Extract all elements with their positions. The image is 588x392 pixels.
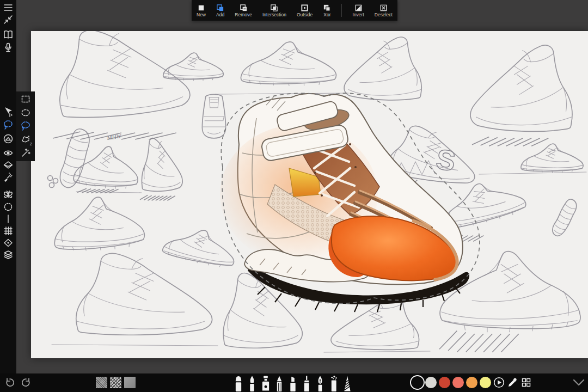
texture-swatch-crosshatch[interactable] bbox=[110, 377, 121, 388]
menu-icon bbox=[3, 2, 14, 13]
distort-envelope-icon bbox=[3, 160, 14, 170]
eye-icon bbox=[3, 148, 14, 158]
drawing-canvas[interactable]: S MHW bbox=[31, 31, 588, 358]
flyout-item-polyline-select[interactable]: 2 bbox=[20, 134, 31, 145]
flyout-item-magic-wand-select[interactable] bbox=[20, 148, 31, 158]
fountain-pen-brush-icon[interactable] bbox=[315, 375, 326, 391]
selection-mode-remove[interactable]: Remove bbox=[235, 4, 252, 17]
pencil-brush-icon[interactable] bbox=[274, 375, 285, 391]
texture-cone-brush-icon[interactable] bbox=[342, 375, 353, 391]
selection-flyout-panel: 2 bbox=[16, 91, 35, 161]
sketch-logo-letter: S bbox=[434, 143, 457, 177]
color-swatch-black[interactable] bbox=[412, 377, 423, 388]
lasso-icon bbox=[20, 120, 31, 131]
grid-icon bbox=[3, 225, 14, 236]
eyedropper-button[interactable] bbox=[507, 377, 518, 388]
move-cursor-icon bbox=[3, 106, 14, 117]
flyout-item-ellipse-select[interactable] bbox=[20, 107, 31, 118]
scribble-circle-icon bbox=[3, 201, 14, 212]
sidebar-item-layers[interactable] bbox=[3, 249, 14, 260]
layers-icon bbox=[3, 249, 14, 260]
sidebar-item-ruler-line[interactable] bbox=[3, 213, 14, 224]
sidebar-item-sketchbook-library[interactable] bbox=[3, 29, 14, 40]
color-swatch-gray[interactable] bbox=[425, 377, 437, 388]
colored-sneaker bbox=[220, 93, 480, 312]
remove-selection-icon bbox=[240, 4, 248, 12]
magic-wand-icon bbox=[20, 148, 31, 158]
color-play-button[interactable] bbox=[493, 377, 505, 388]
fill-icon bbox=[3, 133, 14, 144]
color-swatch-coral[interactable] bbox=[452, 377, 464, 388]
stamp-brush-icon bbox=[3, 171, 14, 182]
selection-mode-intersection[interactable]: Intersection bbox=[262, 4, 286, 17]
selection-mode-toolbar: New Add Remove Intersection Outside bbox=[192, 0, 397, 21]
color-swatch-yellow[interactable] bbox=[480, 377, 491, 388]
outside-selection-icon bbox=[301, 4, 309, 12]
swatch-grid-icon bbox=[520, 377, 532, 388]
sidebar-item-pattern[interactable] bbox=[3, 201, 14, 212]
paintbrush-icon[interactable] bbox=[247, 375, 258, 391]
sidebar-item-menu[interactable] bbox=[3, 2, 14, 13]
texture-swatch-noise[interactable] bbox=[96, 377, 107, 388]
swatch-grid-button[interactable] bbox=[520, 377, 532, 388]
chevron-down-icon bbox=[573, 379, 585, 387]
sidebar-item-perspective[interactable] bbox=[3, 237, 14, 248]
sidebar-item-voice[interactable] bbox=[3, 42, 14, 53]
color-tray bbox=[412, 377, 532, 388]
selection-mode-outside[interactable]: Outside bbox=[297, 4, 313, 17]
airbrush-bottle-icon[interactable] bbox=[260, 375, 271, 391]
selection-mode-deselect[interactable]: Deselect bbox=[375, 4, 393, 17]
sidebar-item-visibility[interactable] bbox=[3, 148, 14, 158]
selection-mode-invert[interactable]: Invert bbox=[352, 4, 364, 17]
selection-mode-xor[interactable]: Xor bbox=[323, 4, 331, 17]
sidebar-item-fill[interactable] bbox=[3, 133, 14, 144]
line-icon bbox=[3, 213, 14, 224]
sidebar-item-grid[interactable] bbox=[3, 225, 14, 236]
book-icon bbox=[3, 29, 14, 40]
add-selection-icon bbox=[216, 4, 224, 12]
redo-icon[interactable] bbox=[21, 377, 32, 388]
deselect-icon bbox=[379, 4, 388, 12]
selection-mode-new[interactable]: New bbox=[197, 4, 206, 17]
sidebar-item-symmetry[interactable] bbox=[3, 189, 14, 200]
sidebar-item-move-transform[interactable] bbox=[3, 106, 14, 117]
flyout-item-rectangle-select[interactable] bbox=[20, 94, 31, 105]
play-icon bbox=[493, 377, 505, 388]
xor-selection-icon bbox=[323, 4, 331, 12]
chisel-marker-brush-icon[interactable] bbox=[287, 375, 298, 391]
microphone-icon bbox=[3, 42, 14, 53]
perspective-icon bbox=[3, 237, 14, 248]
ellipse-marquee-icon bbox=[20, 107, 31, 118]
color-swatch-red[interactable] bbox=[439, 377, 450, 388]
toolbar-divider bbox=[341, 4, 342, 17]
hide-toolbar-button[interactable] bbox=[573, 379, 585, 387]
collapse-ui-icon bbox=[3, 14, 14, 25]
eyedropper-icon bbox=[507, 377, 518, 388]
brush-tray bbox=[233, 375, 353, 391]
splatter-brush-icon[interactable] bbox=[328, 375, 339, 391]
intersection-selection-icon bbox=[270, 4, 278, 12]
tool-sidebar bbox=[0, 0, 16, 392]
selection-mode-add[interactable]: Add bbox=[216, 4, 224, 17]
round-marker-brush-icon[interactable] bbox=[233, 375, 244, 391]
butterfly-icon bbox=[3, 189, 14, 200]
new-selection-icon bbox=[197, 4, 205, 12]
selection-lasso-icon bbox=[3, 119, 14, 130]
canvas-artwork: S MHW bbox=[31, 31, 588, 358]
fine-liner-brush-icon[interactable] bbox=[301, 375, 312, 391]
polyline-badge: 2 bbox=[30, 142, 32, 146]
bottom-toolbar bbox=[0, 373, 588, 392]
flyout-item-lasso-select[interactable] bbox=[20, 120, 31, 131]
rectangle-marquee-icon bbox=[20, 94, 31, 105]
invert-selection-icon bbox=[354, 4, 363, 12]
texture-swatch-flat[interactable] bbox=[124, 377, 136, 388]
undo-icon[interactable] bbox=[4, 377, 15, 388]
sidebar-item-selection[interactable] bbox=[3, 119, 14, 130]
sidebar-item-collapse-ui[interactable] bbox=[3, 14, 14, 25]
color-swatch-orange[interactable] bbox=[466, 377, 477, 388]
sidebar-item-distort[interactable] bbox=[3, 160, 14, 170]
sidebar-item-stamp-brush[interactable] bbox=[3, 171, 14, 182]
